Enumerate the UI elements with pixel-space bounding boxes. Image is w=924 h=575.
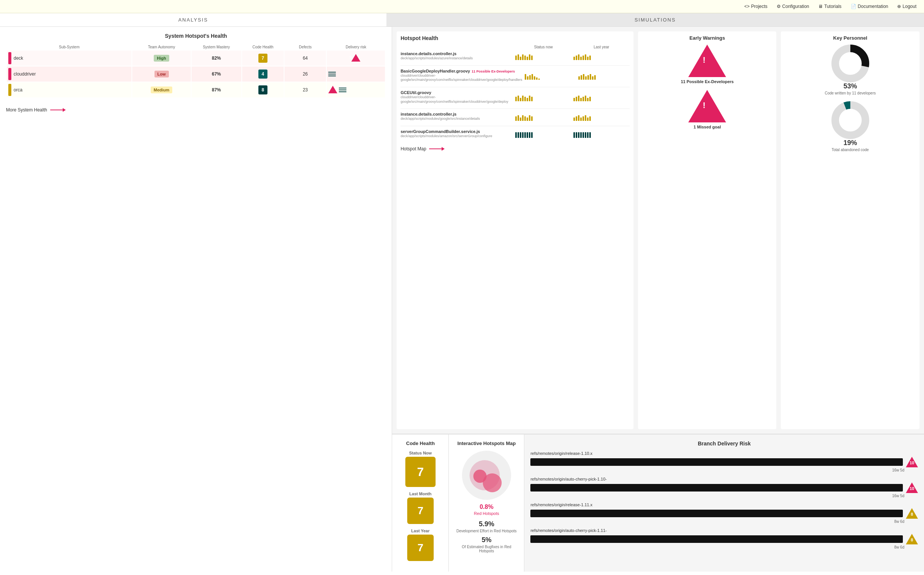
status-bars <box>515 131 572 138</box>
mini-bar <box>524 132 526 138</box>
mini-bar <box>529 54 530 60</box>
donut-chart-2 <box>832 101 869 139</box>
arrow-right-icon <box>50 110 65 110</box>
hotspot-map-link[interactable]: Hotspot Map <box>400 146 629 151</box>
subsystem-name: deck <box>14 56 23 61</box>
code-icon: <> <box>744 4 749 9</box>
warning-triangle-icon: ! <box>688 44 726 77</box>
mini-bar <box>578 54 579 60</box>
early-warnings-title: Early Warnings <box>642 35 773 41</box>
branch-delivery-title: Branch Delivery Risk <box>530 440 918 446</box>
dev-effort-label: Development Effort in Red Hotspots <box>455 529 518 533</box>
risk-triangle: 10 <box>906 483 918 493</box>
hotspot-map-arrow-icon <box>429 148 444 149</box>
mini-bar <box>580 98 582 101</box>
mini-bar <box>527 57 528 60</box>
autonomy-badge: Medium <box>151 86 173 93</box>
mini-bar <box>590 74 591 80</box>
defects-value: 23 <box>284 83 326 97</box>
delivery-risk-value: 9 <box>349 56 352 60</box>
subsystem-bar: orca <box>8 84 130 96</box>
kp-percent-1: 53% <box>784 83 916 90</box>
mini-bar <box>583 74 584 80</box>
mini-bar <box>578 132 579 138</box>
last-year-badge: 7 <box>407 535 433 561</box>
hotspot-row: instance.details.controller.js deck/app/… <box>400 112 629 126</box>
mini-bar <box>531 56 533 60</box>
mini-bar <box>587 98 589 101</box>
menu-icon[interactable] <box>328 72 383 76</box>
hotspot-row-content: instance.details.controller.js deck/app/… <box>400 51 629 62</box>
status-now-label: Status Now <box>398 451 442 455</box>
menu-icon[interactable] <box>339 87 346 92</box>
mini-bar <box>524 56 526 60</box>
hotspot-info: serverGroupCommandBuilder.service.js dec… <box>400 129 513 140</box>
risk-triangle: 8 <box>906 534 918 545</box>
hotspot-row: BasicGoogleDeployHandler.groovy11 Possib… <box>400 69 629 87</box>
branch-name: refs/remotes/origin/release-1.10.x <box>530 451 918 456</box>
mini-bar <box>580 132 582 138</box>
mastery-value: 87% <box>192 83 241 97</box>
mini-bar <box>522 95 524 101</box>
more-system-health-link[interactable]: More System Health <box>6 104 386 116</box>
mini-bar <box>578 95 579 101</box>
mini-bar <box>527 98 528 101</box>
bugfix-percent: 5% <box>455 536 518 544</box>
nav-documentation[interactable]: 📄 Documentation <box>851 4 889 9</box>
hotspot-row-content: instance.details.controller.js deck/app/… <box>400 112 629 123</box>
mini-bar <box>520 118 521 121</box>
key-personnel-section: Key Personnel 53% Code written by 11 dev… <box>781 31 919 429</box>
branch-bar-row: 10 <box>530 457 918 467</box>
status-bars <box>515 94 572 101</box>
mini-bar <box>573 132 575 138</box>
svg-point-2 <box>835 105 865 135</box>
hotspot-path: deck/app/scripts/modules/azure/instance/… <box>400 56 513 61</box>
kp-percent-2: 19% <box>784 139 916 147</box>
nav-projects[interactable]: <> Projects <box>744 4 767 9</box>
mini-bar <box>589 56 591 60</box>
nav-tutorials[interactable]: 🖥 Tutorials <box>818 4 841 9</box>
subsystem-color <box>8 84 11 96</box>
mini-bar <box>578 115 579 121</box>
hotspot-path: deck/app/scripts/modules/amazon/src/serv… <box>400 134 513 139</box>
code-health-panel: Code Health Status Now 7 Last Month 7 La… <box>392 434 449 572</box>
hotspot-row: serverGroupCommandBuilder.service.js dec… <box>400 129 629 143</box>
branch-bar <box>530 510 903 517</box>
autonomy-badge: High <box>154 55 169 62</box>
hotspot-filename: instance.details.controller.js <box>400 51 513 56</box>
health-table-row: deck High82%764 9 <box>7 51 385 66</box>
bugfix-label: Of Estimated Bugfixes in Red Hotspots <box>455 545 518 553</box>
kp-label-1: Code written by 11 developers <box>784 91 916 95</box>
hotspot-note: 11 Possible Ex-Developers <box>472 70 515 73</box>
warning-exclamation: ! <box>703 100 705 110</box>
up-triangle-icon <box>328 86 337 93</box>
branch-bar-row: 10 <box>530 483 918 493</box>
mastery-value: 82% <box>192 51 241 66</box>
mini-bar <box>587 132 589 138</box>
mini-bar <box>538 79 540 80</box>
mini-bar <box>518 54 519 60</box>
risk-value: 8 <box>911 512 913 516</box>
nav-logout[interactable]: ⊕ Logout <box>897 4 916 9</box>
simulations-panel: Hotspot Health Status now Last year inst… <box>392 27 924 572</box>
mini-bar <box>580 57 582 60</box>
mini-bar <box>515 56 517 60</box>
branch-rows: refs/remotes/origin/release-1.10.x 10 16… <box>530 451 918 549</box>
section-headers: ANALYSIS SIMULATIONS <box>0 13 924 27</box>
mini-bar <box>518 115 519 121</box>
code-health-value: 4 <box>259 70 267 79</box>
delivery-triangle <box>328 86 337 94</box>
mini-bar <box>518 132 519 138</box>
doc-icon: 📄 <box>851 4 856 9</box>
mini-bar <box>587 75 589 80</box>
mastery-value: 67% <box>192 67 241 82</box>
branch-name: refs/remotes/origin/release-1.11.x <box>530 502 918 507</box>
subsystem-name: clouddriver <box>14 71 36 77</box>
code-health-value: 8 <box>259 86 267 94</box>
up-triangle-icon <box>351 54 360 62</box>
nav-configuration[interactable]: ⚙ Configuration <box>777 4 809 9</box>
autonomy-badge: Low <box>154 71 169 78</box>
mini-bar <box>522 132 524 138</box>
mini-bar <box>583 56 584 60</box>
mini-bar <box>580 118 582 121</box>
